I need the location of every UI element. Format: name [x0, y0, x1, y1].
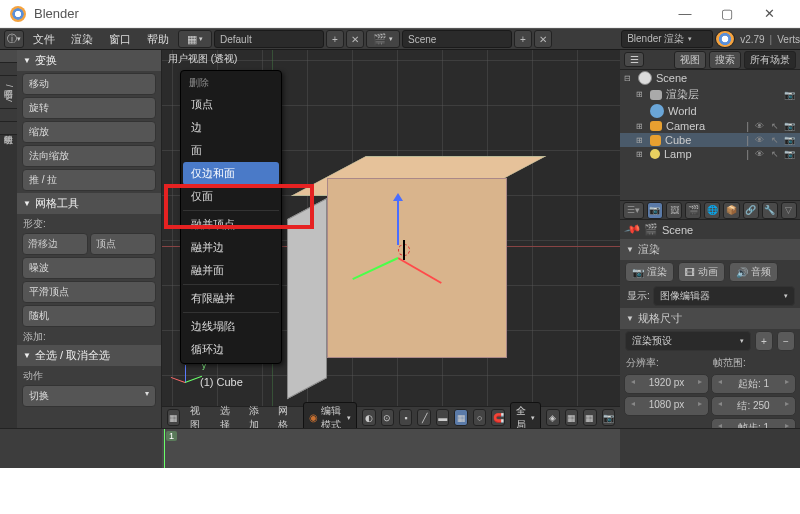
prop-tab-render[interactable]: 📷 [647, 202, 663, 219]
btn-translate[interactable]: 移动 [22, 73, 156, 95]
outliner-camera[interactable]: ⊞ Camera | 👁↖📷 [620, 119, 800, 133]
render-panel-header[interactable]: 渲染 [620, 239, 800, 260]
frame-start-field[interactable]: 起始: 1 [711, 374, 796, 394]
btn-animation[interactable]: 🎞动画 [678, 262, 725, 282]
render-preset-selector[interactable]: 渲染预设▾ [625, 331, 751, 351]
ctx-faces[interactable]: 面 [183, 139, 279, 162]
cursor-icon[interactable]: ↖ [768, 135, 781, 145]
outliner-renderlayers[interactable]: ⊞ 渲染层 📷 [620, 86, 800, 103]
ctx-edge-loops[interactable]: 循环边 [183, 338, 279, 361]
panel-transform-header[interactable]: 变换 [17, 50, 161, 71]
scene-icon[interactable]: 🎬▾ [366, 30, 400, 48]
prop-tab-object[interactable]: 📦 [723, 202, 739, 219]
ctx-edge-collapse[interactable]: 边线塌陷 [183, 315, 279, 338]
layout-add-button[interactable]: + [326, 30, 344, 48]
prop-tab-modifiers[interactable]: 🔧 [762, 202, 778, 219]
editor-type-icon[interactable]: ▦ [167, 409, 180, 426]
outliner-world[interactable]: World [620, 103, 800, 119]
tab-grease[interactable]: 映射组 [0, 122, 17, 135]
menu-render[interactable]: 渲染 [64, 32, 100, 47]
resolution-x-field[interactable]: 1920 px [624, 374, 709, 394]
ctx-edges[interactable]: 边 [183, 116, 279, 139]
layers-icon[interactable]: ▦ [565, 409, 578, 426]
outliner-scene[interactable]: ⊟ Scene [620, 70, 800, 86]
prop-tab-renderlayers[interactable]: 🖼 [666, 202, 682, 219]
menu-file[interactable]: 文件 [26, 32, 62, 47]
btn-render[interactable]: 📷渲染 [625, 262, 674, 282]
shading-mode-icon[interactable]: ◐ [362, 409, 375, 426]
scene-selector[interactable]: Scene [402, 30, 512, 48]
layout-selector[interactable]: Default [214, 30, 324, 48]
cursor-icon[interactable]: ↖ [768, 121, 781, 131]
btn-edge-slide[interactable]: 滑移边 [22, 233, 88, 255]
screen-layout-icon[interactable]: ▦▾ [178, 30, 212, 48]
timeline-playhead[interactable] [164, 429, 165, 468]
outliner-lamp[interactable]: ⊞ Lamp | 👁↖📷 [620, 147, 800, 161]
prop-editor-icon[interactable]: ☰▾ [623, 202, 644, 219]
ctx-vertices[interactable]: 顶点 [183, 93, 279, 116]
outliner-view[interactable]: 视图 [674, 51, 706, 69]
timeline[interactable]: 1 [0, 428, 800, 468]
btn-shrink-fatten[interactable]: 法向缩放 [22, 145, 156, 167]
tab-create[interactable]: 创建 [0, 63, 17, 76]
btn-vertex-slide[interactable]: 顶点 [90, 233, 156, 255]
pivot-icon[interactable]: ⊙ [381, 409, 394, 426]
snap-icon[interactable]: 🧲 [491, 409, 504, 426]
btn-scale[interactable]: 缩放 [22, 121, 156, 143]
select-face-icon[interactable]: ▬ [436, 409, 449, 426]
render-engine-selector[interactable]: Blender 渲染▾ [621, 30, 713, 48]
select-vertex-icon[interactable]: ▪ [399, 409, 412, 426]
ctx-only-edges-faces[interactable]: 仅边和面 [183, 162, 279, 185]
outliner-cube[interactable]: ⊞ Cube | 👁↖📷 [620, 133, 800, 147]
scene-add-button[interactable]: + [514, 30, 532, 48]
layout-remove-button[interactable]: ✕ [346, 30, 364, 48]
btn-noise[interactable]: 噪波 [22, 257, 156, 279]
eye-icon[interactable]: 👁 [753, 135, 766, 145]
tab-tools[interactable]: 工具 [0, 50, 17, 63]
btn-randomize[interactable]: 随机 [22, 305, 156, 327]
cursor-icon[interactable]: ↖ [768, 149, 781, 159]
btn-smooth-vertex[interactable]: 平滑顶点 [22, 281, 156, 303]
limit-selection-icon[interactable]: ▦ [454, 409, 467, 426]
tab-physics[interactable]: 物理 [0, 109, 17, 122]
prop-tab-constraints[interactable]: 🔗 [743, 202, 759, 219]
occlude-icon[interactable]: ▦ [583, 409, 596, 426]
prop-tab-scene[interactable]: 🎬 [685, 202, 701, 219]
close-button[interactable]: ✕ [748, 2, 790, 26]
render-icon[interactable]: 📷 [783, 135, 796, 145]
vp-menu-view[interactable]: 视图 [185, 404, 209, 429]
outliner-filter[interactable]: 所有场景 [744, 51, 796, 69]
outliner-search[interactable]: 搜索 [709, 51, 741, 69]
vp-menu-add[interactable]: 添加 [244, 404, 268, 429]
panel-selectall-header[interactable]: 全选 / 取消全选 [17, 345, 161, 366]
cube-mesh[interactable] [327, 138, 587, 368]
btn-push-pull[interactable]: 推 / 拉 [22, 169, 156, 191]
outliner-editor-icon[interactable]: ☰ [624, 52, 644, 67]
timeline-track[interactable]: 1 [162, 429, 620, 468]
menu-help[interactable]: 帮助 [140, 32, 176, 47]
btn-audio[interactable]: 🔊音频 [729, 262, 778, 282]
breadcrumb-scene[interactable]: Scene [662, 224, 693, 236]
select-edge-icon[interactable]: ╱ [417, 409, 430, 426]
eye-icon[interactable]: 👁 [753, 121, 766, 131]
panel-meshtools-header[interactable]: 网格工具 [17, 193, 161, 214]
prop-tab-world[interactable]: 🌐 [704, 202, 720, 219]
prop-tab-data[interactable]: ▽ [781, 202, 797, 219]
resolution-y-field[interactable]: 1080 px [624, 396, 709, 416]
tab-shading-uv[interactable]: 明暗 / UV [0, 76, 17, 109]
preset-add-button[interactable]: + [755, 331, 773, 351]
render-icon[interactable]: 📷 [602, 409, 615, 426]
restrict-render-icon[interactable]: 📷 [783, 90, 796, 100]
maximize-button[interactable]: ▢ [706, 2, 748, 26]
eye-icon[interactable]: 👁 [753, 149, 766, 159]
render-icon[interactable]: 📷 [783, 121, 796, 131]
preset-remove-button[interactable]: − [777, 331, 795, 351]
orientation-selector[interactable]: 全局▾ [510, 402, 541, 429]
btn-rotate[interactable]: 旋转 [22, 97, 156, 119]
ctx-dissolve-faces[interactable]: 融并面 [183, 259, 279, 282]
vp-menu-select[interactable]: 选择 [215, 404, 239, 429]
scene-remove-button[interactable]: ✕ [534, 30, 552, 48]
pin-icon[interactable]: 📌 [624, 220, 643, 238]
display-selector[interactable]: 图像编辑器▾ [653, 286, 795, 306]
render-icon[interactable]: 📷 [783, 149, 796, 159]
